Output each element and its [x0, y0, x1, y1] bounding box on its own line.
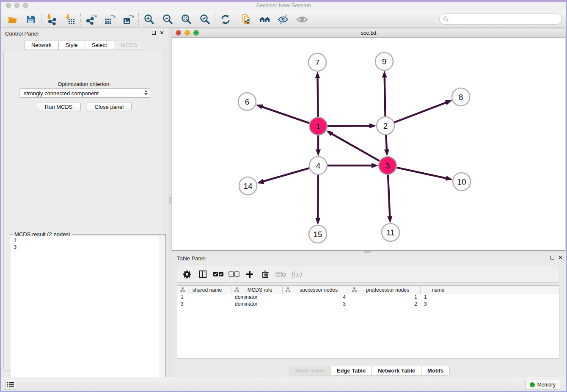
- network-graph[interactable]: 7968124314101511: [172, 38, 565, 250]
- edge-2-8[interactable]: [393, 102, 446, 123]
- column-header-predecessor-nodes[interactable]: predecessor nodes: [349, 286, 421, 294]
- search-box[interactable]: [439, 14, 562, 25]
- show-all-icon[interactable]: [296, 13, 308, 26]
- edge-1-2[interactable]: [326, 126, 370, 126]
- edge-4-15[interactable]: [318, 174, 318, 218]
- edge-2-9[interactable]: [385, 77, 385, 118]
- add-column-icon[interactable]: [243, 268, 256, 281]
- criterion-dropdown[interactable]: strongly connected component: [19, 88, 151, 98]
- tab-mcds[interactable]: MCDS: [114, 41, 144, 50]
- float-panel-icon[interactable]: [152, 31, 156, 35]
- application-window: Session: New Session: [0, 0, 567, 392]
- network-title: scc.txt: [172, 30, 565, 36]
- mcds-result-area[interactable]: 1 3: [11, 236, 165, 392]
- edge-2-3[interactable]: [386, 134, 387, 150]
- graph-node-10[interactable]: 10: [453, 173, 471, 190]
- svg-text:7: 7: [315, 58, 320, 67]
- edge-1-7[interactable]: [317, 78, 318, 118]
- svg-text:8: 8: [459, 93, 463, 102]
- deselect-all-icon[interactable]: [228, 268, 240, 281]
- close-panel-button[interactable]: Close panel: [87, 102, 132, 111]
- delete-column-icon[interactable]: [259, 268, 272, 281]
- export-image-icon[interactable]: [122, 13, 135, 26]
- graph-node-8[interactable]: 8: [452, 88, 470, 106]
- delete-table-icon[interactable]: [275, 268, 287, 281]
- edge-3-1[interactable]: [332, 134, 380, 161]
- session-title: Session: New Session: [0, 2, 567, 8]
- svg-text:9: 9: [382, 57, 387, 66]
- zoom-out-icon[interactable]: [161, 13, 174, 26]
- column-view-icon[interactable]: [196, 268, 209, 281]
- clone-network-icon[interactable]: [240, 13, 253, 26]
- column-label: MCDS role: [239, 287, 281, 293]
- table-row[interactable]: 3dominator323: [177, 301, 559, 308]
- graph-node-6[interactable]: 6: [238, 93, 256, 110]
- save-session-icon[interactable]: [25, 13, 37, 26]
- export-table-icon[interactable]: [103, 13, 116, 26]
- graph-node-11[interactable]: 11: [382, 224, 399, 241]
- open-session-icon[interactable]: [6, 13, 19, 26]
- export-network-icon[interactable]: [85, 13, 97, 26]
- tab-network[interactable]: Network: [24, 41, 59, 50]
- network-window-titlebar[interactable]: ✕ − + scc.txt: [172, 28, 565, 38]
- cell-predecessor-nodes[interactable]: 2: [349, 301, 421, 308]
- edge-3-11[interactable]: [388, 174, 390, 217]
- tab-network-table[interactable]: Network Table: [372, 366, 421, 375]
- table-panel: Table Panel ✕: [172, 253, 567, 377]
- cell-name[interactable]: 3: [421, 301, 456, 308]
- first-neighbors-icon[interactable]: [259, 13, 271, 26]
- zoom-selected-icon[interactable]: [198, 13, 211, 26]
- tab-select[interactable]: Select: [85, 41, 114, 50]
- run-mcds-button[interactable]: Run MCDS: [37, 102, 81, 111]
- import-network-icon[interactable]: [45, 13, 58, 26]
- import-table-icon[interactable]: [64, 13, 77, 26]
- float-table-panel-icon[interactable]: [550, 256, 554, 259]
- search-input[interactable]: [451, 15, 561, 23]
- edge-3-10[interactable]: [396, 167, 446, 178]
- cell-name[interactable]: 1: [421, 294, 456, 301]
- graph-node-1[interactable]: 1: [309, 117, 327, 135]
- cell-successor-nodes[interactable]: 4: [283, 294, 349, 301]
- cell-successor-nodes[interactable]: 3: [283, 301, 349, 308]
- column-header-name[interactable]: name: [421, 286, 456, 294]
- cell-predecessor-nodes[interactable]: 1: [349, 294, 421, 301]
- table-row[interactable]: 1dominator411: [177, 294, 559, 301]
- graph-node-15[interactable]: 15: [309, 225, 327, 243]
- column-header-successor-nodes[interactable]: successor nodes: [283, 286, 349, 294]
- tab-node-table[interactable]: Node Table: [289, 366, 331, 375]
- graph-node-7[interactable]: 7: [308, 53, 326, 71]
- result-scrollbar[interactable]: [160, 236, 165, 392]
- close-panel-icon[interactable]: ✕: [160, 30, 164, 35]
- cell-MCDS-role[interactable]: dominator: [231, 301, 283, 308]
- search-icon: [443, 16, 449, 22]
- graph-node-14[interactable]: 14: [239, 177, 257, 195]
- settings-gear-icon[interactable]: [181, 268, 193, 281]
- edge-1-6[interactable]: [262, 107, 311, 124]
- svg-text:11: 11: [386, 228, 395, 237]
- refresh-view-icon[interactable]: [219, 13, 232, 26]
- task-history-button[interactable]: [5, 380, 16, 390]
- graph-node-9[interactable]: 9: [375, 52, 393, 70]
- column-header-MCDS-role[interactable]: MCDS role: [231, 286, 283, 294]
- edge-4-14[interactable]: [263, 168, 311, 181]
- tab-motifs[interactable]: Motifs: [421, 366, 450, 375]
- function-builder-icon[interactable]: f(x): [290, 268, 303, 281]
- memory-button[interactable]: Memory: [525, 380, 560, 390]
- graph-node-4[interactable]: 4: [309, 157, 327, 174]
- graph-node-2[interactable]: 2: [377, 117, 394, 135]
- hide-selected-icon[interactable]: [277, 13, 290, 26]
- tab-style[interactable]: Style: [59, 41, 85, 50]
- tab-edge-table[interactable]: Edge Table: [331, 366, 372, 375]
- graph-node-3[interactable]: 3: [379, 157, 396, 174]
- zoom-in-icon[interactable]: [143, 13, 155, 26]
- close-table-panel-icon[interactable]: ✕: [558, 255, 563, 260]
- node-table: shared nameMCDS rolesuccessor nodesprede…: [177, 285, 559, 359]
- cell-shared-name[interactable]: 1: [177, 294, 231, 301]
- select-all-icon[interactable]: [212, 268, 225, 281]
- zoom-fit-icon[interactable]: [180, 13, 193, 26]
- vertical-splitter-handle[interactable]: [169, 197, 171, 204]
- optimization-criterion-label: Optimization criterion:: [4, 81, 165, 87]
- cell-shared-name[interactable]: 3: [177, 301, 231, 308]
- cell-MCDS-role[interactable]: dominator: [231, 294, 283, 301]
- column-header-shared-name[interactable]: shared name: [177, 286, 231, 294]
